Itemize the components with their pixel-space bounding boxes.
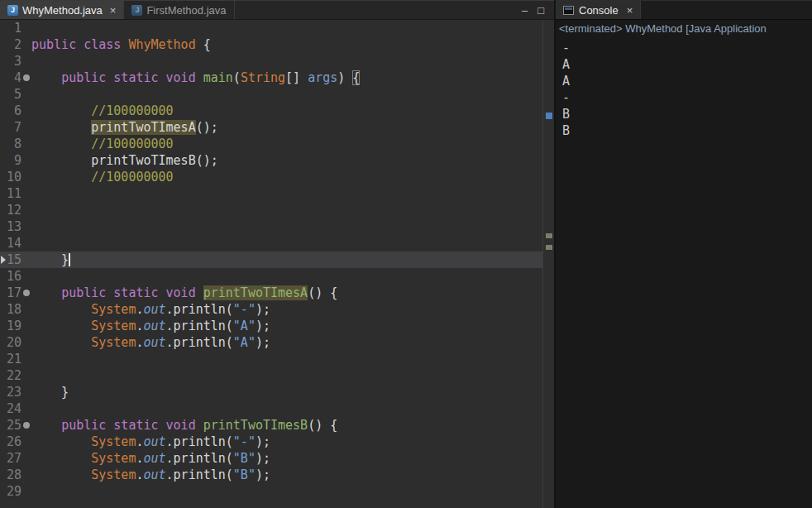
code-line[interactable]: 26 System.out.println("-"); xyxy=(0,434,542,450)
line-number[interactable]: 27 xyxy=(0,450,21,467)
line-number[interactable]: 6 xyxy=(0,103,21,119)
line-number[interactable]: 24 xyxy=(0,400,21,417)
line-number[interactable]: 25 xyxy=(0,417,21,434)
code-line[interactable]: 28 System.out.println("B"); xyxy=(0,467,542,483)
code-line[interactable]: 23 } xyxy=(0,384,542,400)
console-tab-bar: Console × xyxy=(556,0,812,20)
line-number[interactable]: 2 xyxy=(0,36,21,53)
code-text xyxy=(31,351,542,367)
code-text xyxy=(31,202,542,218)
editor-tab[interactable]: JWhyMethod.java× xyxy=(0,1,124,19)
code-line[interactable]: 21 xyxy=(0,351,542,367)
code-token: "-" xyxy=(233,302,256,317)
line-number[interactable]: 19 xyxy=(0,318,21,334)
code-text: public class WhyMethod { xyxy=(31,36,542,53)
fold-marker-icon[interactable] xyxy=(23,74,30,81)
line-number[interactable]: 14 xyxy=(0,235,21,252)
code-line[interactable]: 29 xyxy=(0,483,542,500)
code-token xyxy=(31,451,91,466)
tab-close-icon[interactable]: × xyxy=(627,4,633,17)
minimize-icon[interactable]: – xyxy=(522,5,528,16)
line-number[interactable]: 5 xyxy=(0,86,21,103)
tab-label: WhyMethod.java xyxy=(22,4,103,17)
overview-mark-icon[interactable] xyxy=(546,113,552,119)
code-line[interactable]: 8 //100000000 xyxy=(0,136,542,152)
overview-mark-icon[interactable] xyxy=(546,233,552,238)
code-line[interactable]: 1 xyxy=(0,20,542,36)
code-line[interactable]: 19 System.out.println("A"); xyxy=(0,318,542,334)
code-text xyxy=(31,235,542,252)
fold-column xyxy=(21,218,31,235)
code-line[interactable]: 15 } xyxy=(0,252,542,268)
line-number[interactable]: 22 xyxy=(0,367,21,384)
line-number[interactable]: 1 xyxy=(0,20,21,36)
line-number[interactable]: 11 xyxy=(0,185,21,202)
code-line[interactable]: 16 xyxy=(0,268,542,285)
fold-column xyxy=(21,36,31,53)
code-token xyxy=(31,137,91,151)
tab-console[interactable]: Console × xyxy=(556,1,641,19)
code-text: System.out.println("-"); xyxy=(31,301,542,318)
line-number[interactable]: 29 xyxy=(0,483,21,500)
code-line[interactable]: 24 xyxy=(0,400,542,417)
line-number[interactable]: 21 xyxy=(0,351,21,367)
code-line[interactable]: 12 xyxy=(0,202,542,218)
line-number[interactable]: 7 xyxy=(0,119,21,136)
code-line[interactable]: 20 System.out.println("A"); xyxy=(0,334,542,351)
code-line[interactable]: 4 public static void main(String[] args)… xyxy=(0,69,542,86)
maximize-icon[interactable]: □ xyxy=(537,5,544,16)
line-number[interactable]: 10 xyxy=(0,169,21,185)
code-token xyxy=(31,319,91,333)
code-editor[interactable]: 12public class WhyMethod {34 public stat… xyxy=(0,20,554,508)
code-line[interactable]: 7 printTwoTImesA(); xyxy=(0,119,542,136)
code-line[interactable]: 17 public static void printTwoTImesA() { xyxy=(0,285,542,301)
console-line: - xyxy=(562,89,805,106)
editor-tab[interactable]: JFirstMethod.java xyxy=(124,1,234,19)
console-line: B xyxy=(562,106,805,122)
line-number[interactable]: 8 xyxy=(0,136,21,152)
overview-ruler[interactable] xyxy=(542,20,554,508)
line-number[interactable]: 3 xyxy=(0,53,21,69)
code-token xyxy=(31,335,91,350)
code-token: out xyxy=(143,335,165,350)
line-number[interactable]: 26 xyxy=(0,434,21,450)
code-line[interactable]: 10 //100000000 xyxy=(0,169,542,185)
code-line[interactable]: 9 printTwoTImesB(); xyxy=(0,152,542,169)
line-number[interactable]: 20 xyxy=(0,334,21,351)
code-line[interactable]: 22 xyxy=(0,367,542,384)
line-number[interactable]: 13 xyxy=(0,218,21,235)
code-line[interactable]: 18 System.out.println("-"); xyxy=(0,301,542,318)
line-number[interactable]: 28 xyxy=(0,467,21,483)
code-text xyxy=(31,20,542,36)
fold-marker-icon[interactable] xyxy=(23,290,30,296)
line-number[interactable]: 16 xyxy=(0,268,21,285)
line-number[interactable]: 12 xyxy=(0,202,21,218)
code-token: ); xyxy=(256,467,270,482)
code-line[interactable]: 2public class WhyMethod { xyxy=(0,36,542,53)
code-line[interactable]: 27 System.out.println("B"); xyxy=(0,450,542,467)
line-number[interactable]: 18 xyxy=(0,301,21,318)
code-line[interactable]: 13 xyxy=(0,218,542,235)
line-number[interactable]: 17 xyxy=(0,285,21,301)
line-number[interactable]: 9 xyxy=(0,152,21,169)
code-token: System xyxy=(91,335,136,350)
code-line[interactable]: 3 xyxy=(0,53,542,69)
code-line[interactable]: 11 xyxy=(0,185,542,202)
code-token: ) xyxy=(337,70,352,85)
fold-column xyxy=(21,169,31,185)
fold-marker-icon[interactable] xyxy=(23,422,30,429)
fold-column xyxy=(21,185,31,202)
fold-column xyxy=(21,53,31,69)
code-line[interactable]: 25 public static void printTwoTImesB() { xyxy=(0,417,542,434)
overview-mark-icon[interactable] xyxy=(546,245,552,250)
line-number[interactable]: 23 xyxy=(0,384,21,400)
code-line[interactable]: 6 //100000000 xyxy=(0,103,542,119)
line-number[interactable]: 4 xyxy=(0,69,21,86)
code-line[interactable]: 5 xyxy=(0,86,542,103)
tab-close-icon[interactable]: × xyxy=(110,4,117,17)
fold-column xyxy=(21,136,31,152)
code-line[interactable]: 14 xyxy=(0,235,542,252)
code-token: out xyxy=(143,451,165,466)
console-output[interactable]: -AA-BB xyxy=(556,38,812,508)
code-token: println xyxy=(174,467,226,482)
